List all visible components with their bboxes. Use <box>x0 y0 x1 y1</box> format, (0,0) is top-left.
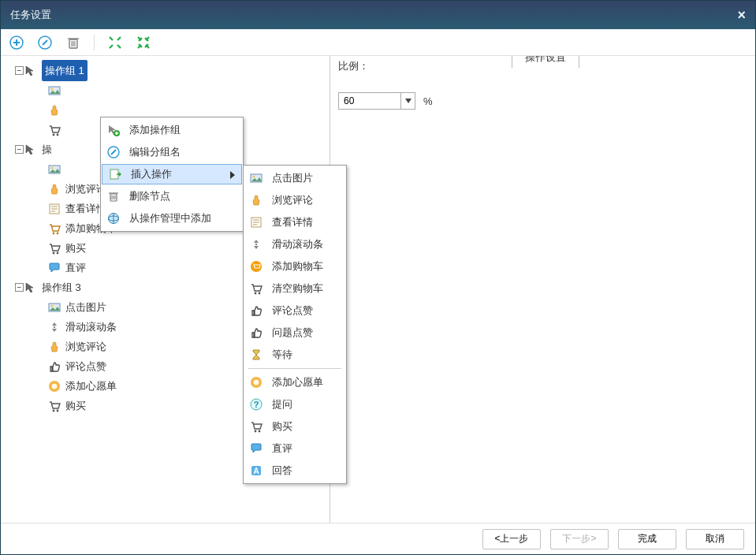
question-icon: ? <box>248 397 264 412</box>
finish-button[interactable]: 完成 <box>618 529 676 549</box>
svg-point-51 <box>255 244 257 245</box>
context-menu-item[interactable]: 从操作管理中添加 <box>101 207 243 229</box>
context-submenu-label: 清空购物车 <box>272 281 323 296</box>
context-menu-item[interactable]: 添加操作组 <box>101 119 243 141</box>
answer-icon: A <box>248 463 264 479</box>
ratio-label: 比例： <box>338 59 744 73</box>
context-submenu-item[interactable]: 查看详情 <box>244 211 346 233</box>
submenu-arrow-icon <box>230 171 235 179</box>
context-submenu-label: 滑动滚动条 <box>272 237 323 251</box>
cart-add-icon <box>48 222 61 235</box>
cart-icon <box>48 124 61 136</box>
context-submenu-item[interactable]: 浏览评论 <box>244 189 346 211</box>
context-submenu-label: 等待 <box>272 348 292 362</box>
context-submenu-item[interactable]: 问题点赞 <box>244 322 346 344</box>
chat-icon <box>48 262 61 274</box>
tree-item-label: 评论点赞 <box>65 356 106 376</box>
thumb-icon <box>248 325 264 341</box>
tree-toggle[interactable]: − <box>15 145 24 154</box>
tree-group[interactable]: −操作组 1 <box>10 61 330 80</box>
context-menu-item[interactable]: 删除节点 <box>101 185 243 207</box>
close-button[interactable]: × <box>737 7 746 24</box>
ratio-dropdown-button[interactable] <box>400 93 415 109</box>
prev-button[interactable]: <上一步 <box>482 529 541 549</box>
context-menu[interactable]: 添加操作组编辑分组名插入操作删除节点从操作管理中添加 <box>100 117 244 232</box>
tree-item-label: 滑动滚动条 <box>65 317 117 337</box>
context-submenu-label: 回答 <box>272 464 292 478</box>
context-submenu-item[interactable]: 等待 <box>244 344 346 366</box>
tree-item-label: 购买 <box>65 396 86 415</box>
tree-item[interactable] <box>10 80 330 100</box>
context-submenu-item[interactable]: A回答 <box>244 460 346 482</box>
tree-group-label: 操作组 1 <box>42 60 88 81</box>
tree-group-label: 操 <box>42 140 52 159</box>
tree-panel: −操作组 1−操浏览评论查看详情添加购物车购买直评−操作组 3点击图片滑动滚动条… <box>1 56 330 523</box>
edit-icon[interactable] <box>37 35 53 50</box>
context-submenu-item[interactable]: 添加心愿单 <box>244 371 346 393</box>
detail-icon <box>248 214 264 230</box>
wish-icon <box>248 374 264 390</box>
context-submenu-item[interactable]: 购买 <box>244 415 346 438</box>
context-submenu-label: 评论点赞 <box>272 304 313 318</box>
task-settings-window: 任务设置 × −操作组 1−操浏览评论查看详情添加购物车购买直评−操作组 3点击… <box>0 0 756 555</box>
body: −操作组 1−操浏览评论查看详情添加购物车购买直评−操作组 3点击图片滑动滚动条… <box>1 56 755 523</box>
cursor-plus-icon <box>106 122 121 138</box>
globe-icon <box>106 210 121 226</box>
tree-item-label: 浏览评论 <box>65 337 106 356</box>
svg-point-23 <box>57 251 59 254</box>
cart-add-orange-icon <box>248 259 264 274</box>
next-button[interactable]: 下一步> <box>550 529 609 549</box>
collapse-icon[interactable] <box>136 35 151 50</box>
context-submenu-item[interactable]: 评论点赞 <box>244 300 346 322</box>
svg-point-54 <box>259 292 261 295</box>
tree-toggle[interactable]: − <box>15 283 24 292</box>
expand-icon[interactable] <box>107 35 123 50</box>
svg-point-59 <box>255 430 257 433</box>
context-submenu-item[interactable]: 添加购物车 <box>244 255 346 278</box>
context-submenu-label: 添加购物车 <box>272 259 323 274</box>
context-submenu-label: 购买 <box>272 419 292 434</box>
context-submenu-label: 添加心愿单 <box>272 375 323 389</box>
wish-icon <box>48 380 61 393</box>
hand-icon <box>48 104 61 117</box>
svg-point-13 <box>57 133 59 136</box>
hand-icon <box>248 192 264 208</box>
hourglass-icon <box>248 347 264 363</box>
add-icon[interactable] <box>9 35 24 50</box>
trash-icon <box>106 188 121 204</box>
context-submenu-item[interactable]: 点击图片 <box>244 167 346 189</box>
window-title: 任务设置 <box>10 8 737 22</box>
image-icon <box>48 163 61 176</box>
ratio-input[interactable] <box>339 93 400 109</box>
svg-point-25 <box>51 304 54 307</box>
toolbar-separator <box>94 35 95 50</box>
context-submenu-item[interactable]: 滑动滚动条 <box>244 233 346 255</box>
tree-group-label: 操作组 3 <box>42 278 81 297</box>
ratio-unit: % <box>423 95 433 107</box>
context-submenu-label: 问题点赞 <box>272 326 313 340</box>
cart-icon <box>248 281 264 296</box>
context-submenu-item[interactable]: 清空购物车 <box>244 278 346 300</box>
svg-point-28 <box>52 383 58 389</box>
svg-point-26 <box>54 326 55 327</box>
image-icon <box>248 170 264 186</box>
tree-toggle[interactable]: − <box>15 66 24 75</box>
insert-icon <box>107 166 123 182</box>
svg-text:?: ? <box>254 400 259 409</box>
hand-icon <box>48 183 61 196</box>
cancel-button[interactable]: 取消 <box>686 529 744 549</box>
context-menu-item[interactable]: 插入操作 <box>102 164 242 184</box>
context-submenu-item[interactable]: 直评 <box>244 438 346 460</box>
settings-frame: 比例： % <box>338 59 744 515</box>
trash-icon[interactable] <box>65 35 81 50</box>
svg-point-30 <box>57 409 59 412</box>
svg-point-21 <box>57 232 59 234</box>
context-menu-item[interactable]: 编辑分组名 <box>101 141 243 163</box>
context-menu-label: 编辑分组名 <box>129 145 181 159</box>
cart-icon <box>48 242 61 255</box>
thumb-icon <box>248 303 264 318</box>
context-submenu-item[interactable]: ?提问 <box>244 393 346 415</box>
context-submenu[interactable]: 点击图片浏览评论查看详情滑动滚动条添加购物车清空购物车评论点赞问题点赞等待添加心… <box>243 165 347 484</box>
context-submenu-label: 提问 <box>272 397 292 412</box>
context-submenu-label: 直评 <box>272 441 292 456</box>
